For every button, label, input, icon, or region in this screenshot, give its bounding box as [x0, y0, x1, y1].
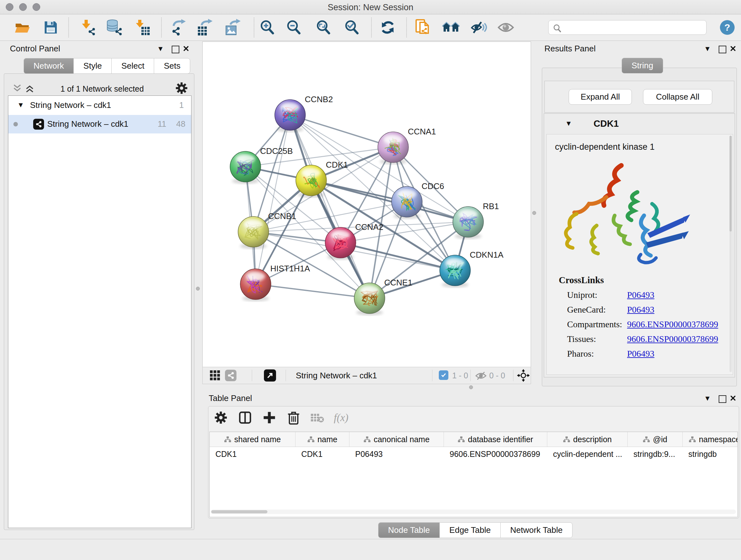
- table-scrollbar-thumb[interactable]: [211, 510, 267, 513]
- show-columns-icon[interactable]: [239, 411, 252, 424]
- refresh-button[interactable]: [379, 18, 397, 37]
- float-panel-button[interactable]: [172, 46, 179, 53]
- eye-icon: [497, 21, 515, 34]
- column-header--id[interactable]: @id: [628, 432, 683, 447]
- fit-content-crosshair-icon[interactable]: [517, 369, 530, 382]
- network-row-selected[interactable]: String Network – cdk1 11 48: [8, 115, 191, 133]
- zoom-fit-button[interactable]: [314, 18, 333, 37]
- first-neighbors-button[interactable]: [442, 18, 460, 37]
- tab-edge-table[interactable]: Edge Table: [440, 522, 500, 538]
- expand-all-button[interactable]: Expand All: [569, 89, 632, 105]
- create-column-plus-icon[interactable]: [263, 411, 276, 424]
- expand-all-tree-icon[interactable]: [24, 84, 35, 93]
- network-graph[interactable]: CCNB2CCNA1CDC25BCDK1CDC6RB1CCNB1CCNA2CDK…: [203, 42, 531, 367]
- float-panel-button[interactable]: [719, 395, 726, 403]
- left-splitter-grip[interactable]: [196, 287, 200, 291]
- node-CCNE1[interactable]: [354, 283, 385, 315]
- node-CDK1[interactable]: [296, 165, 327, 198]
- crosslink-link[interactable]: P06493: [627, 290, 655, 300]
- export-network-button[interactable]: [169, 18, 187, 37]
- hidden-eye-icon: [475, 371, 487, 381]
- right-splitter-grip[interactable]: [532, 211, 536, 215]
- panel-menu-button[interactable]: ▼: [704, 45, 711, 53]
- edge-CCNB2-HIST1H1A[interactable]: [256, 115, 290, 284]
- column-header-namespace[interactable]: namespace: [683, 432, 738, 447]
- crosslink-link[interactable]: 9606.ENSP00000378699: [627, 334, 718, 344]
- show-grid-icon[interactable]: [210, 370, 220, 381]
- column-header-database-identifier[interactable]: database identifier: [444, 432, 547, 447]
- node-RB1[interactable]: [453, 206, 483, 239]
- table-horizontal-scrollbar[interactable]: [211, 509, 736, 514]
- houses-icon: [442, 20, 460, 35]
- export-table-button[interactable]: [195, 18, 214, 37]
- collapse-all-button[interactable]: Collapse All: [643, 89, 712, 105]
- gene-card-expander-icon[interactable]: ▼: [565, 119, 572, 128]
- table-header-row: shared namenamecanonical namedatabase id…: [210, 432, 738, 447]
- tab-network-table[interactable]: Network Table: [500, 522, 572, 538]
- hide-selected-button[interactable]: [470, 18, 488, 37]
- column-header-canonical-name[interactable]: canonical name: [349, 432, 444, 447]
- panel-menu-button[interactable]: ▼: [157, 45, 164, 53]
- import-table-button[interactable]: [133, 18, 151, 37]
- import-network-button[interactable]: [78, 18, 97, 37]
- tab-style[interactable]: Style: [73, 58, 111, 74]
- collapse-all-tree-icon[interactable]: [12, 84, 23, 93]
- open-session-button[interactable]: [13, 18, 32, 37]
- edge-HIST1H1A-CCNE1[interactable]: [256, 284, 369, 298]
- zoom-in-button[interactable]: [258, 18, 276, 37]
- network-node-count: 11: [149, 119, 166, 129]
- edge-CCNB2-CCNA1[interactable]: [290, 115, 393, 147]
- table-cell: CDK1: [210, 447, 295, 461]
- column-header-label: description: [573, 435, 612, 444]
- table-row[interactable]: CDK1CDK1P064939606.ENSP00000378699cyclin…: [210, 447, 738, 461]
- tab-sets[interactable]: Sets: [154, 58, 190, 74]
- crosslink-link[interactable]: 9606.ENSP00000378699: [627, 319, 718, 329]
- tab-select[interactable]: Select: [111, 58, 154, 74]
- tab-string[interactable]: String: [622, 58, 663, 73]
- close-panel-button[interactable]: [183, 46, 190, 52]
- node-HIST1H1A[interactable]: [240, 269, 271, 301]
- results-scrollbar[interactable]: [730, 136, 732, 372]
- horizontal-splitter-grip[interactable]: [469, 385, 473, 389]
- toolbar-separator: [406, 17, 407, 37]
- tab-network[interactable]: Network: [23, 58, 73, 74]
- panel-menu-button[interactable]: ▼: [704, 394, 711, 402]
- zoom-selected-icon: [344, 19, 360, 36]
- close-panel-button[interactable]: [730, 395, 737, 401]
- node-CDC25B[interactable]: [230, 151, 261, 184]
- toolbar-separator: [371, 17, 372, 37]
- collection-expander-icon[interactable]: ▼: [17, 101, 24, 109]
- float-panel-button[interactable]: [719, 46, 726, 53]
- node-CDC6[interactable]: [392, 186, 422, 219]
- delete-column-trash-icon[interactable]: [287, 411, 300, 425]
- show-all-button[interactable]: [496, 18, 515, 37]
- table-options-gear-icon[interactable]: [214, 411, 227, 424]
- network-view-toolbar: String Network – cdk1 1 - 0 0 - 0: [202, 367, 531, 384]
- network-canvas[interactable]: CCNB2CCNA1CDC25BCDK1CDC6RB1CCNB1CCNA2CDK…: [202, 42, 531, 367]
- help-button[interactable]: ?: [720, 20, 735, 35]
- crosslink-link[interactable]: P06493: [627, 305, 655, 315]
- column-header-name[interactable]: name: [295, 432, 349, 447]
- column-type-icon: [307, 436, 314, 442]
- column-header-description[interactable]: description: [547, 432, 628, 447]
- table-tabs: Node TableEdge TableNetwork Table: [378, 522, 572, 538]
- tab-node-table[interactable]: Node Table: [378, 522, 440, 538]
- import-network-from-database-button[interactable]: [105, 18, 123, 37]
- selected-checkbox[interactable]: [439, 370, 448, 380]
- save-session-button[interactable]: [42, 18, 60, 37]
- crosslink-link[interactable]: P06493: [627, 349, 655, 359]
- birds-eye-view-button[interactable]: [264, 369, 276, 381]
- node-CCNA1[interactable]: [378, 132, 408, 165]
- results-scrollbar-thumb[interactable]: [730, 136, 732, 232]
- network-collection-row[interactable]: ▼ String Network – cdk1 1: [8, 96, 191, 115]
- export-image-button[interactable]: [223, 18, 242, 37]
- zoom-selected-button[interactable]: [342, 18, 361, 37]
- column-header-shared-name[interactable]: shared name: [210, 432, 295, 447]
- close-panel-button[interactable]: [730, 46, 737, 52]
- zoom-out-button[interactable]: [284, 18, 303, 37]
- duplicate-network-button[interactable]: [414, 18, 432, 37]
- network-options-gear-icon[interactable]: [176, 82, 188, 94]
- network-view-icon[interactable]: [225, 370, 237, 381]
- search-input[interactable]: [548, 20, 706, 35]
- node-CDKN1A[interactable]: [440, 255, 470, 288]
